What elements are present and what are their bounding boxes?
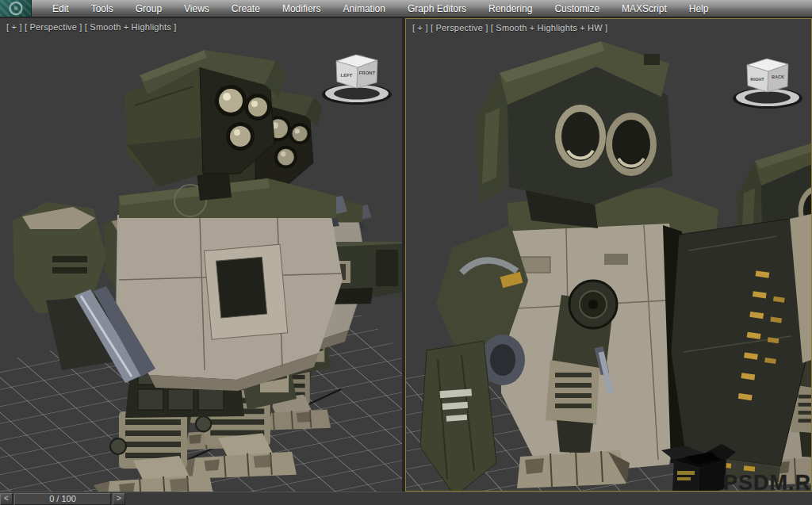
viewport-right-active[interactable]: [ + ] [ Perspective ] [ Smooth + Highlig… [405, 18, 812, 492]
viewcube-left[interactable]: LEFT FRONT [322, 55, 392, 105]
viewport-right-scene: RIGHT BACK PSDM.RU [406, 19, 811, 491]
svg-text:RIGHT: RIGHT [750, 77, 764, 82]
svg-text:BACK: BACK [772, 75, 784, 79]
app-logo-icon[interactable] [0, 0, 32, 17]
svg-text:LEFT: LEFT [341, 73, 353, 78]
menu-customize[interactable]: Customize [543, 0, 611, 17]
3dsmax-window: Edit Tools Group Views Create Modifiers … [0, 0, 812, 505]
menu-items: Edit Tools Group Views Create Modifiers … [41, 0, 719, 17]
viewport-left[interactable]: [ + ] [ Perspective ] [ Smooth + Highlig… [0, 18, 402, 492]
timeline-next-button[interactable]: > [113, 493, 125, 505]
viewport-left-label[interactable]: [ + ] [ Perspective ] [ Smooth + Highlig… [6, 22, 176, 32]
timeline-prev-button[interactable]: < [0, 493, 13, 505]
menu-tools[interactable]: Tools [80, 0, 124, 17]
timeline-bar: < 0 / 100 > [0, 492, 812, 505]
menu-views[interactable]: Views [173, 0, 220, 17]
menu-bar: Edit Tools Group Views Create Modifiers … [0, 0, 812, 17]
time-slider[interactable]: 0 / 100 [14, 493, 111, 505]
menu-rendering[interactable]: Rendering [477, 0, 543, 17]
viewport-left-scene: LEFT FRONT [0, 18, 402, 492]
watermark-box-icon [677, 471, 695, 475]
menu-modifiers[interactable]: Modifiers [271, 0, 332, 17]
viewcube-right[interactable]: RIGHT BACK [733, 59, 802, 109]
menu-help[interactable]: Help [678, 0, 720, 17]
menu-graph-editors[interactable]: Graph Editors [396, 0, 477, 17]
viewport-right-label[interactable]: [ + ] [ Perspective ] [ Smooth + Highlig… [412, 23, 607, 33]
svg-text:FRONT: FRONT [359, 71, 376, 75]
watermark-text: PSDM.RU [723, 471, 811, 491]
menu-create[interactable]: Create [220, 0, 271, 17]
viewport-area: [ + ] [ Perspective ] [ Smooth + Highlig… [0, 18, 812, 492]
mech-model-near [420, 41, 811, 491]
menu-group[interactable]: Group [124, 0, 173, 17]
logo-stripes [0, 0, 31, 17]
menu-animation[interactable]: Animation [332, 0, 396, 17]
menu-maxscript[interactable]: MAXScript [611, 0, 678, 17]
menu-edit[interactable]: Edit [41, 0, 80, 17]
